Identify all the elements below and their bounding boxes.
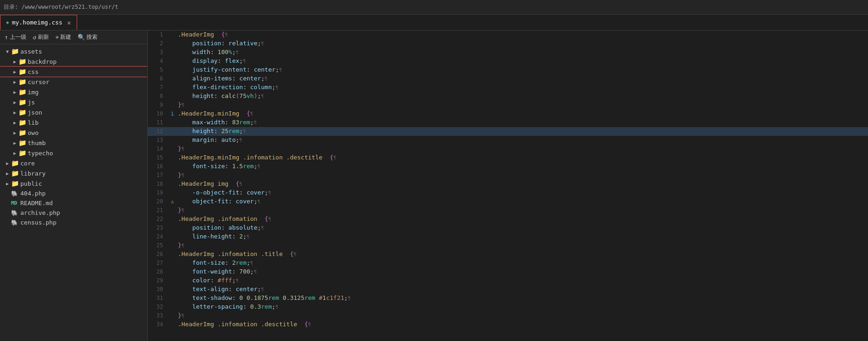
line-number-4: 4 xyxy=(148,57,169,65)
code-line-14: 14}¶ xyxy=(148,145,868,153)
line-number-33: 33 xyxy=(148,311,169,320)
line-content-26: .HeaderImg .infomation .title {¶ xyxy=(176,250,868,259)
tree-item-censusphp[interactable]: 🐘 census.php xyxy=(0,218,147,227)
tree-item-archivephp[interactable]: 🐘 archive.php xyxy=(0,208,147,218)
line-number-28: 28 xyxy=(148,268,169,276)
tree-item-typecho[interactable]: ▶ 📁 typecho xyxy=(0,148,147,158)
code-line-10: 10i.HeaderImg.minImg {¶ xyxy=(148,110,868,118)
tree-item-backdrop[interactable]: ▶ 📁 backdrop xyxy=(0,56,147,67)
line-content-14: }¶ xyxy=(176,145,868,153)
tab-close-button[interactable]: ✕ xyxy=(67,19,71,26)
tree-item-css[interactable]: ▶ 📁 css xyxy=(0,67,147,77)
line-number-2: 2 xyxy=(148,39,169,48)
line-content-23: position: absolute;¶ xyxy=(176,224,868,232)
tab-my-homeimg-css[interactable]: ◈ my.homeimg.css ✕ xyxy=(0,15,77,30)
code-line-22: 22.HeaderImg .infomation {¶ xyxy=(148,215,868,224)
tree-arrow-assets: ▼ xyxy=(4,49,11,54)
line-content-9: }¶ xyxy=(176,101,868,110)
line-content-34: .HeaderImg .infomation .desctitle {¶ xyxy=(176,320,868,329)
tree-item-assets[interactable]: ▼ 📁 assets xyxy=(0,46,147,56)
line-number-12: 12 xyxy=(148,127,169,135)
code-line-9: 9}¶ xyxy=(148,101,868,110)
code-line-16: 16 font-size: 1.5rem;¶ xyxy=(148,162,868,171)
breadcrumb: 目录: /www/wwwroot/wrz521.top/usr/t xyxy=(4,3,118,11)
tree-label-thumb: thumb xyxy=(28,140,144,146)
code-line-19: 19 -o-object-fit: cover;¶ xyxy=(148,189,868,197)
tree-arrow-owo: ▶ xyxy=(11,130,18,135)
line-content-18: .HeaderImg img {¶ xyxy=(176,180,868,189)
php-icon-404: 🐘 xyxy=(11,190,20,197)
line-content-6: align-items: center;¶ xyxy=(176,74,868,83)
tree-item-core[interactable]: ▶ 📁 core xyxy=(0,158,147,168)
tree-label-backdrop: backdrop xyxy=(28,58,144,65)
tree-item-cursor[interactable]: ▶ 📁 cursor xyxy=(0,77,147,87)
tree-item-thumb[interactable]: ▶ 📁 thumb xyxy=(0,138,147,148)
line-content-1: .HeaderImg {¶ xyxy=(176,30,868,39)
line-number-9: 9 xyxy=(148,101,169,109)
tree-item-img[interactable]: ▶ 📁 img xyxy=(0,87,147,97)
line-number-18: 18 xyxy=(148,180,169,188)
css-file-icon: ◈ xyxy=(6,19,9,25)
line-number-19: 19 xyxy=(148,189,169,197)
tree-label-img: img xyxy=(28,89,144,96)
tree-label-readmemd: README.md xyxy=(20,200,144,207)
md-icon-readme: MD xyxy=(11,200,20,206)
line-content-27: font-size: 2rem;¶ xyxy=(176,259,868,268)
code-line-6: 6 align-items: center;¶ xyxy=(148,74,868,83)
folder-icon-core: 📁 xyxy=(11,159,20,167)
folder-icon-backdrop: 📁 xyxy=(18,58,28,65)
code-line-25: 25}¶ xyxy=(148,241,868,250)
folder-icon-json: 📁 xyxy=(18,109,28,116)
line-content-7: flex-direction: column;¶ xyxy=(176,83,868,92)
line-number-15: 15 xyxy=(148,153,169,162)
tree-arrow-img: ▶ xyxy=(11,90,18,95)
tree-item-owo[interactable]: ▶ 📁 owo xyxy=(0,128,147,138)
folder-icon-js: 📁 xyxy=(18,98,28,106)
line-number-13: 13 xyxy=(148,136,169,144)
tree-item-readmemd[interactable]: MD README.md xyxy=(0,198,147,208)
line-number-26: 26 xyxy=(148,250,169,258)
line-number-10: 10 xyxy=(148,110,169,118)
line-number-8: 8 xyxy=(148,92,169,100)
line-number-27: 27 xyxy=(148,259,169,267)
tree-arrow-core: ▶ xyxy=(4,161,11,166)
code-line-7: 7 flex-direction: column;¶ xyxy=(148,83,868,92)
code-line-20: 20⚠ object-fit: cover;¶ xyxy=(148,197,868,206)
tree-item-public[interactable]: ▶ 📁 public xyxy=(0,178,147,189)
editor-content[interactable]: 1.HeaderImg {¶2 position: relative;¶3 wi… xyxy=(148,30,868,341)
search-button[interactable]: 🔍 搜索 xyxy=(78,33,97,41)
tree-label-library: library xyxy=(20,170,144,177)
tree-label-core: core xyxy=(20,160,144,167)
new-button[interactable]: + 新建 xyxy=(55,33,72,41)
php-icon-census: 🐘 xyxy=(11,219,20,226)
code-line-8: 8 height: calc(75vh);¶ xyxy=(148,92,868,101)
tree-label-typecho: typecho xyxy=(28,150,144,157)
code-editor[interactable]: 1.HeaderImg {¶2 position: relative;¶3 wi… xyxy=(148,30,868,341)
tree-item-json[interactable]: ▶ 📁 json xyxy=(0,107,147,117)
tree-item-lib[interactable]: ▶ 📁 lib xyxy=(0,117,147,128)
folder-icon-img: 📁 xyxy=(18,88,28,96)
up-button[interactable]: ↑ 上一级 xyxy=(5,33,26,41)
refresh-button[interactable]: ↺ 刷新 xyxy=(33,33,49,41)
line-content-29: color: #fff;¶ xyxy=(176,276,868,285)
folder-icon-typecho: 📁 xyxy=(18,149,28,157)
line-content-19: -o-object-fit: cover;¶ xyxy=(176,189,868,197)
tree-item-library[interactable]: ▶ 📁 library xyxy=(0,168,147,178)
folder-icon-lib: 📁 xyxy=(18,119,28,126)
tree-item-404php[interactable]: 🐘 404.php xyxy=(0,189,147,198)
code-line-1: 1.HeaderImg {¶ xyxy=(148,30,868,39)
line-number-34: 34 xyxy=(148,320,169,329)
tree-label-css: css xyxy=(28,68,144,75)
code-line-27: 27 font-size: 2rem;¶ xyxy=(148,259,868,268)
line-content-30: text-align: center;¶ xyxy=(176,285,868,294)
tree-arrow-typecho: ▶ xyxy=(11,151,18,156)
line-number-22: 22 xyxy=(148,215,169,223)
line-number-11: 11 xyxy=(148,118,169,127)
file-tree: ▼ 📁 assets ▶ 📁 backdrop ▶ 📁 css ▶ 📁 curs… xyxy=(0,44,147,229)
line-content-2: position: relative;¶ xyxy=(176,39,868,48)
tree-item-js[interactable]: ▶ 📁 js xyxy=(0,97,147,107)
code-line-15: 15.HeaderImg.minImg .infomation .desctit… xyxy=(148,153,868,162)
code-line-21: 21}¶ xyxy=(148,206,868,215)
code-line-32: 32 letter-spacing: 0.3rem;¶ xyxy=(148,303,868,311)
line-number-31: 31 xyxy=(148,294,169,302)
